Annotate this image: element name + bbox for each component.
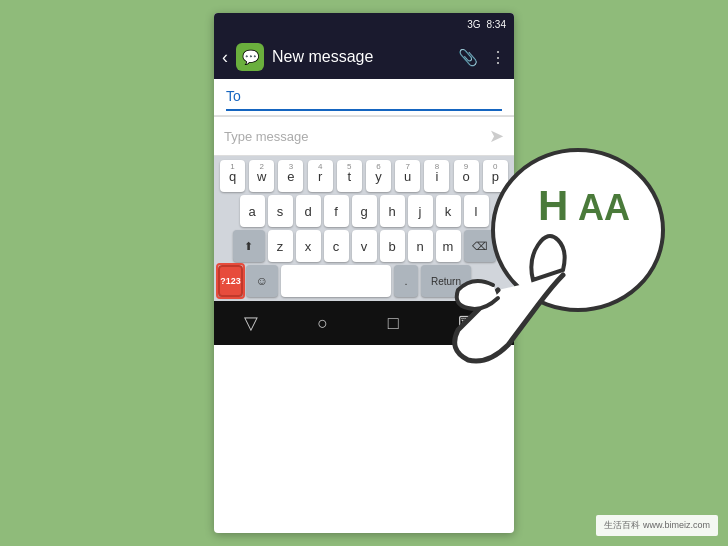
keyboard-bottom-row: ?123 ☺ . Return (216, 265, 512, 297)
key-a[interactable]: a (240, 195, 265, 227)
signal-indicator: 3G (467, 19, 480, 30)
app-bar: ‹ 💬 New message 📎 ⋮ (214, 35, 514, 79)
home-nav-icon[interactable]: ○ (317, 313, 328, 334)
attach-icon[interactable]: 📎 (458, 48, 478, 67)
delete-key[interactable]: ⌫ (464, 230, 496, 262)
period-key[interactable]: . (394, 265, 418, 297)
shift-key[interactable]: ⬆ (233, 230, 265, 262)
to-underline (226, 109, 502, 111)
status-bar: 3G 8:34 (214, 13, 514, 35)
recent-nav-icon[interactable]: □ (388, 313, 399, 334)
watermark: 生活百科 www.bimeiz.com (596, 515, 718, 536)
key-g[interactable]: g (352, 195, 377, 227)
app-title: New message (272, 48, 450, 66)
key-x[interactable]: x (296, 230, 321, 262)
key-w[interactable]: 2w (249, 160, 274, 192)
key-p[interactable]: 0p (483, 160, 508, 192)
key-h[interactable]: h (380, 195, 405, 227)
more-icon[interactable]: ⋮ (490, 48, 506, 67)
back-icon[interactable]: ‹ (222, 47, 228, 68)
key-n[interactable]: n (408, 230, 433, 262)
watermark-text: 生活百科 www.bimeiz.com (604, 520, 710, 530)
key-r[interactable]: 4r (308, 160, 333, 192)
key-e[interactable]: 3e (278, 160, 303, 192)
keyboard: 1q 2w 3e 4r 5t 6y 7u 8i 9o 0p a s d f g … (214, 156, 514, 301)
numeric-switch-key[interactable]: ?123 (218, 265, 243, 297)
key-d[interactable]: d (296, 195, 321, 227)
app-icon: 💬 (236, 43, 264, 71)
key-t[interactable]: 5t (337, 160, 362, 192)
key-f[interactable]: f (324, 195, 349, 227)
key-l[interactable]: l (464, 195, 489, 227)
key-o[interactable]: 9o (454, 160, 479, 192)
key-q[interactable]: 1q (220, 160, 245, 192)
key-u[interactable]: 7u (395, 160, 420, 192)
keyboard-row-3: ⬆ z x c v b n m ⌫ (216, 230, 512, 262)
keyboard-row-2: a s d f g h j k l (216, 195, 512, 227)
key-m[interactable]: m (436, 230, 461, 262)
svg-point-0 (493, 150, 663, 310)
send-icon[interactable]: ➤ (489, 125, 504, 147)
message-placeholder: Type message (224, 129, 489, 144)
return-key[interactable]: Return (421, 265, 471, 297)
emoji-key[interactable]: ☺ (246, 265, 278, 297)
key-b[interactable]: b (380, 230, 405, 262)
space-key[interactable] (281, 265, 391, 297)
switch-key-wrapper: ?123 (218, 265, 243, 297)
svg-text:H: H (538, 182, 568, 229)
key-c[interactable]: c (324, 230, 349, 262)
numbers-row: 1q 2w 3e 4r 5t 6y 7u 8i 9o 0p (216, 160, 512, 192)
time-display: 8:34 (487, 19, 506, 30)
key-k[interactable]: k (436, 195, 461, 227)
back-nav-icon[interactable]: ▽ (244, 312, 258, 334)
phone-frame: 3G 8:34 ‹ 💬 New message 📎 ⋮ To Type mess… (214, 13, 514, 533)
app-bar-actions: 📎 ⋮ (458, 48, 506, 67)
key-y[interactable]: 6y (366, 160, 391, 192)
nav-bar: ▽ ○ □ ⌨ (214, 301, 514, 345)
key-s[interactable]: s (268, 195, 293, 227)
keyboard-nav-icon[interactable]: ⌨ (458, 312, 484, 334)
key-j[interactable]: j (408, 195, 433, 227)
svg-text:AA: AA (578, 187, 630, 228)
to-label: To (226, 88, 241, 104)
key-i[interactable]: 8i (424, 160, 449, 192)
to-field[interactable]: To (214, 79, 514, 116)
key-v[interactable]: v (352, 230, 377, 262)
key-z[interactable]: z (268, 230, 293, 262)
type-message-bar[interactable]: Type message ➤ (214, 116, 514, 156)
